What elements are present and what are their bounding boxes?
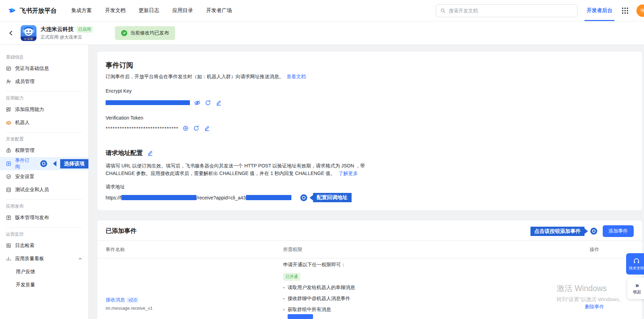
eye-off-icon[interactable] bbox=[194, 99, 201, 106]
sidebar-item-test-org[interactable]: 测试企业和人员 bbox=[0, 183, 88, 196]
edit-pencil-icon[interactable] bbox=[215, 99, 222, 106]
nav-item-changelog[interactable]: 更新日志 bbox=[139, 7, 159, 14]
learn-more-link[interactable]: 了解更多 bbox=[339, 171, 358, 176]
back-button[interactable] bbox=[6, 28, 16, 38]
collapse-floating-button[interactable]: » 收起 bbox=[627, 278, 644, 299]
sidebar-item-add-capability[interactable]: 添加应用能力 bbox=[0, 103, 88, 116]
top-navigation-bar: 飞书开放平台 集成方案 开发文档 更新日志 应用目录 开发者广场 开发者后台 张 bbox=[0, 0, 644, 21]
sidebar-section-dev-config: 开发配置 bbox=[6, 136, 88, 143]
description-line-2-text: CHALLENGE 参数。应用接收此请求后，需要解析出 CHALLENGE 值，… bbox=[106, 171, 335, 176]
sidebar-divider bbox=[6, 199, 83, 200]
log-search-icon bbox=[6, 243, 11, 248]
verification-token-row: ******************************* bbox=[106, 125, 211, 132]
search-input[interactable] bbox=[448, 8, 573, 14]
chevron-up-icon[interactable] bbox=[78, 257, 82, 261]
publish-status-pill: 当前修改均已发布 bbox=[115, 26, 175, 40]
annotation-arrow-right bbox=[584, 228, 588, 234]
sidebar-item-event-subscription[interactable]: 事件订阅 选择该项 bbox=[0, 157, 88, 170]
support-label: 技术支持 bbox=[629, 266, 644, 271]
refresh-icon[interactable] bbox=[204, 99, 211, 106]
event-name-link[interactable]: 接收消息 bbox=[106, 297, 125, 303]
sidebar-item-log-search[interactable]: 日志检索 bbox=[0, 239, 88, 252]
sidebar-item-user-feedback[interactable]: 用户反馈 bbox=[0, 265, 88, 278]
sidebar-item-bot[interactable]: 机器人 bbox=[0, 116, 88, 129]
upload-icon bbox=[6, 215, 11, 220]
description-text: 订阅事件后，开放平台将会在事件发生时（如：机器人入群）向请求网址推送消息。 bbox=[106, 74, 284, 80]
permission-text: 读取用户发给机器人的单聊消息 bbox=[288, 285, 355, 291]
user-avatar[interactable]: 张 bbox=[636, 4, 644, 17]
event-id: im.message.receive_v1 bbox=[106, 306, 153, 311]
app-icon-ribbon: 企业版 bbox=[21, 37, 36, 41]
edit-pencil-icon[interactable] bbox=[204, 125, 211, 132]
annotation-ring-marker bbox=[40, 160, 47, 167]
nav-item-directory[interactable]: 应用目录 bbox=[172, 7, 193, 14]
brand: 飞书开放平台 bbox=[8, 6, 57, 15]
sidebar-section-basic-info: 基础信息 bbox=[6, 54, 88, 61]
nav-item-plaza[interactable]: 开发者广场 bbox=[206, 7, 232, 14]
sidebar-item-quality-dashboard[interactable]: 应用质量看板 bbox=[0, 252, 88, 265]
description-line-2: CHALLENGE 参数。应用接收此请求后，需要解析出 CHALLENGE 值，… bbox=[106, 169, 365, 177]
event-subscription-description: 订阅事件后，开放平台将会在事件发生时（如：机器人入群）向请求网址推送消息。 查看… bbox=[106, 74, 306, 80]
annotation-arrow-left bbox=[310, 195, 313, 200]
add-event-cluster: 点击该按钮添加事件 添加事件 bbox=[530, 225, 634, 237]
sidebar-item-label: 应用质量看板 bbox=[15, 256, 44, 262]
permission-status-badge: 已开通 bbox=[283, 273, 300, 281]
sidebar-item-label: 权限管理 bbox=[15, 147, 34, 154]
delete-event-link[interactable]: 删除事件 bbox=[578, 304, 611, 310]
sidebar-item-security[interactable]: 安全设置 bbox=[0, 170, 88, 183]
request-url-row: https://f /receive?appid=cli_a43 配置回调地址 bbox=[106, 193, 352, 202]
view-docs-link[interactable]: 查看文档 bbox=[287, 74, 306, 80]
sidebar-item-label: 版本管理与发布 bbox=[15, 215, 49, 221]
sidebar-item-label: 添加应用能力 bbox=[15, 106, 44, 113]
sidebar-item-dev-quality[interactable]: 开发质量 bbox=[0, 278, 88, 291]
sidebar-item-label: 安全设置 bbox=[15, 174, 34, 180]
sidebar-section-monitoring: 运营监控 bbox=[6, 231, 88, 238]
sidebar-item-credentials[interactable]: 凭证与基础信息 bbox=[0, 62, 88, 75]
request-url-description: 请填写 URL 以使订阅生效。填写后，飞书服务器会向其发送一个 HTTP POS… bbox=[106, 162, 365, 177]
apps-grid-icon[interactable] bbox=[622, 8, 628, 14]
nav-item-docs[interactable]: 开发文档 bbox=[105, 7, 126, 14]
tab-developer-console[interactable]: 开发者后台 bbox=[587, 0, 612, 21]
sidebar-item-members[interactable]: 成员管理 bbox=[0, 75, 88, 88]
eye-icon[interactable] bbox=[182, 125, 189, 132]
selection-highlight-bar bbox=[288, 314, 313, 319]
url-redaction-bar-2 bbox=[246, 195, 291, 200]
request-url-config-header: 请求地址配置 bbox=[106, 149, 153, 157]
verification-token-value: ******************************* bbox=[106, 125, 179, 131]
sidebar-item-version-release[interactable]: 版本管理与发布 bbox=[0, 211, 88, 224]
sidebar-item-permissions[interactable]: 权限管理 bbox=[0, 144, 88, 157]
permission-text: 获取群组中所有消息 bbox=[288, 307, 331, 313]
search-icon bbox=[440, 8, 446, 13]
sidebar-divider bbox=[6, 227, 83, 228]
support-floating-button[interactable]: 技术支持 bbox=[626, 253, 644, 275]
sidebar-item-label: 用户反馈 bbox=[16, 269, 35, 275]
add-capability-icon bbox=[6, 107, 11, 112]
url-redaction-bar-1 bbox=[121, 195, 196, 200]
permission-item: 读取用户发给机器人的单聊消息 bbox=[283, 285, 355, 291]
sidebar: 基础信息 凭证与基础信息 成员管理 应用能力 添加应用能力 机器人 开发配置 权… bbox=[0, 45, 89, 319]
code-icon bbox=[6, 187, 11, 193]
double-chevron-right-icon: » bbox=[635, 282, 639, 288]
nav-item-solutions[interactable]: 集成方案 bbox=[71, 7, 92, 14]
collapse-label: 收起 bbox=[633, 289, 641, 295]
sidebar-item-label: 开发质量 bbox=[16, 282, 35, 288]
refresh-icon[interactable] bbox=[193, 125, 200, 132]
url-prefix: https://f bbox=[106, 195, 121, 200]
add-event-button[interactable]: 添加事件 bbox=[603, 225, 634, 237]
check-circle-icon bbox=[121, 30, 127, 36]
encrypt-key-redaction-bar bbox=[106, 100, 190, 105]
annotation-select-item: 选择该项 bbox=[60, 159, 88, 168]
permission-item: 接收群聊中@机器人消息事件 bbox=[283, 296, 350, 302]
verification-token-label: Verification Token bbox=[106, 115, 143, 121]
event-subscription-icon bbox=[6, 161, 11, 166]
event-subscription-card: 事件订阅 订阅事件后，开放平台将会在事件发生时（如：机器人入群）向请求网址推送消… bbox=[97, 52, 642, 210]
permission-text: 接收群聊中@机器人消息事件 bbox=[288, 296, 350, 302]
search-box[interactable] bbox=[436, 4, 578, 17]
bullet-dot bbox=[283, 309, 285, 310]
sidebar-item-label: 机器人 bbox=[15, 120, 30, 126]
member-add-icon bbox=[6, 79, 11, 84]
edit-pencil-icon[interactable] bbox=[147, 150, 153, 156]
sidebar-section-capabilities: 应用能力 bbox=[6, 95, 88, 102]
event-version-badge: v2.0 bbox=[127, 297, 138, 303]
encrypt-key-row bbox=[106, 99, 222, 106]
